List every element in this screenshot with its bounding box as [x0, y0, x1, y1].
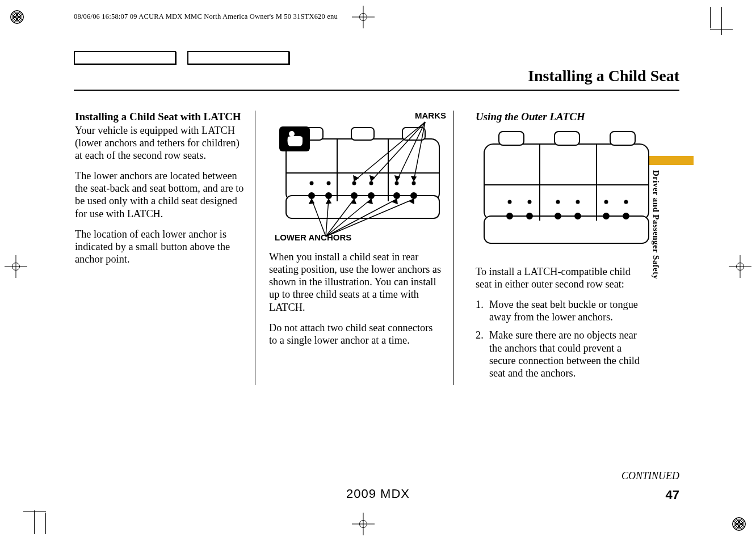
footer-model-year: 2009 MDX — [346, 487, 410, 501]
svg-rect-5 — [351, 128, 374, 140]
seat-diagram-figure-2 — [476, 128, 657, 259]
svg-point-57 — [605, 200, 608, 203]
body-text: When you install a child seat in rear se… — [269, 251, 443, 314]
column-1: Installing a Child Seat with LATCH Your … — [74, 111, 255, 385]
svg-rect-44 — [499, 132, 524, 145]
svg-point-13 — [310, 182, 313, 185]
figure-callout-marks: MARKS — [415, 111, 446, 121]
body-text: The location of each lower anchor is ind… — [75, 228, 245, 265]
body-text: Do not attach two child seat connectors … — [269, 322, 443, 346]
svg-point-50 — [575, 213, 581, 219]
svg-rect-41 — [484, 216, 649, 243]
list-item: 1. Move the seat belt buckle or tongue a… — [476, 298, 641, 323]
svg-point-11 — [394, 193, 400, 198]
registration-mark-icon — [732, 517, 746, 531]
print-header-meta: 08/06/06 16:58:07 09 ACURA MDX MMC North… — [74, 12, 338, 21]
svg-point-51 — [603, 213, 609, 219]
seat-diagram-svg-2 — [476, 128, 657, 259]
svg-point-12 — [411, 193, 417, 198]
list-text: Make sure there are no objects near the … — [489, 329, 640, 378]
index-box — [74, 51, 176, 65]
index-box — [187, 51, 289, 65]
svg-point-49 — [555, 213, 561, 219]
crop-cross-icon — [5, 255, 27, 278]
crop-cross-icon — [729, 255, 751, 278]
page-title: Installing a Child Seat — [528, 67, 679, 85]
svg-point-9 — [351, 193, 357, 198]
body-text: The lower anchors are located between th… — [75, 170, 245, 220]
svg-point-58 — [625, 200, 628, 203]
svg-point-16 — [370, 182, 373, 185]
svg-point-18 — [413, 182, 415, 185]
svg-point-8 — [326, 193, 331, 198]
svg-rect-45 — [555, 132, 579, 145]
seat-diagram-figure: MARKS — [269, 111, 451, 244]
list-number: 2. — [476, 329, 484, 341]
svg-point-10 — [368, 193, 374, 198]
svg-rect-46 — [610, 132, 635, 145]
page-number: 47 — [666, 488, 679, 502]
child-seat-icon — [279, 126, 310, 151]
svg-point-55 — [557, 200, 560, 203]
column-3: Using the Outer LATCH — [467, 111, 642, 385]
crop-corner-icon — [45, 513, 79, 534]
section-heading: Installing a Child Seat with LATCH — [75, 111, 245, 123]
body-text: Your vehicle is equipped with LATCH (low… — [75, 124, 245, 162]
content-columns: Installing a Child Seat with LATCH Your … — [74, 111, 647, 385]
svg-point-48 — [527, 213, 532, 219]
svg-rect-40 — [484, 144, 649, 221]
svg-point-47 — [507, 213, 513, 219]
section-subheading: Using the Outer LATCH — [476, 111, 641, 124]
svg-point-54 — [528, 200, 531, 203]
svg-point-39 — [289, 131, 295, 137]
svg-point-52 — [623, 213, 629, 219]
svg-point-17 — [396, 182, 398, 185]
list-number: 1. — [476, 298, 484, 311]
svg-point-53 — [509, 200, 511, 203]
ordered-list: 1. Move the seat belt buckle or tongue a… — [476, 298, 641, 379]
crop-corner-icon — [677, 7, 711, 28]
column-2: MARKS — [268, 111, 454, 385]
list-item: 2. Make sure there are no objects near t… — [476, 329, 641, 379]
continued-label: CONTINUED — [621, 470, 679, 482]
heading-rule — [74, 90, 679, 91]
registration-mark-icon — [10, 10, 24, 24]
figure-callout-anchors: LOWER ANCHORS — [275, 233, 351, 243]
svg-rect-1 — [286, 196, 439, 218]
crop-cross-icon — [352, 6, 375, 28]
crop-cross-icon — [352, 513, 375, 535]
svg-point-14 — [327, 182, 330, 185]
svg-point-15 — [353, 182, 356, 185]
body-text: To install a LATCH-compatible child seat… — [476, 265, 641, 290]
index-boxes — [74, 51, 289, 65]
svg-point-7 — [309, 193, 314, 198]
svg-point-56 — [577, 200, 579, 203]
list-text: Move the seat belt buckle or tongue away… — [489, 299, 638, 323]
